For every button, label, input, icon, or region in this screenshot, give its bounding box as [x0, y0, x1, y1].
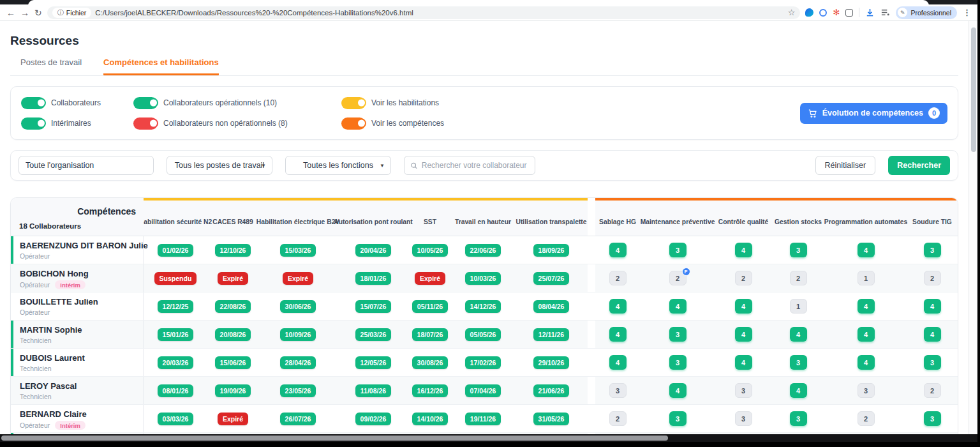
competence-level-badge[interactable]: 1 — [858, 271, 875, 285]
toggle-switch[interactable] — [341, 117, 366, 130]
habilitation-date-badge[interactable]: 25/03/26 — [355, 328, 392, 341]
habilitation-date-badge[interactable]: 22/08/26 — [215, 300, 251, 313]
habilitation-date-badge[interactable]: 12/05/26 — [355, 356, 392, 369]
file-scheme-chip[interactable]: ⓘFichier — [52, 8, 92, 18]
habilitation-date-badge[interactable]: 12/12/25 — [158, 300, 194, 313]
competence-level-badge[interactable]: 2 — [858, 411, 875, 426]
competence-level-badge[interactable]: 4 — [858, 243, 875, 257]
asterisk-extension-icon[interactable]: ✻ — [833, 8, 840, 17]
evolution-competences-button[interactable]: Évolution de compétences 0 — [800, 103, 947, 124]
habilitation-date-badge[interactable]: Expiré — [218, 413, 248, 425]
fonctions-select[interactable]: Toutes les fonctions ▼ — [285, 156, 391, 175]
habilitation-date-badge[interactable]: 12/10/26 — [215, 244, 251, 257]
competence-level-badge[interactable]: 3 — [669, 327, 687, 342]
habilitation-date-badge[interactable]: Expiré — [415, 272, 445, 285]
habilitation-date-badge[interactable]: 19/11/26 — [465, 413, 501, 425]
competence-level-badge[interactable]: 4 — [735, 355, 752, 370]
toggle-switch[interactable] — [341, 97, 366, 109]
competence-level-badge[interactable]: 3 — [790, 243, 807, 257]
profile-chip[interactable]: ✎ Professionnel — [896, 6, 957, 19]
habilitation-date-badge[interactable]: 11/08/26 — [355, 384, 391, 397]
horizontal-scrollbar[interactable] — [0, 434, 977, 442]
address-bar[interactable]: ⓘFichier C:/Users/joelALBECKER/Downloads… — [47, 6, 801, 19]
vertical-scrollbar[interactable] — [969, 21, 977, 434]
competence-level-badge[interactable]: 4 — [669, 383, 687, 398]
competence-level-badge[interactable]: 3 — [669, 243, 687, 257]
habilitation-date-badge[interactable]: 10/03/26 — [465, 272, 501, 285]
competence-level-badge[interactable]: 3 — [609, 383, 627, 398]
competence-level-badge[interactable]: 4 — [858, 299, 875, 314]
competence-level-badge[interactable]: 3 — [669, 411, 687, 426]
box-extension-icon[interactable] — [845, 9, 853, 17]
habilitation-date-badge[interactable]: 25/07/26 — [533, 272, 570, 285]
habilitation-date-badge[interactable]: 18/07/26 — [412, 328, 449, 341]
search-button[interactable]: Rechercher — [888, 156, 950, 175]
competence-level-badge[interactable]: 2 — [790, 271, 807, 285]
collaborator-cell[interactable]: DUBOIS LaurentTechnicien — [11, 349, 144, 376]
habilitation-date-badge[interactable]: 12/11/26 — [533, 328, 569, 341]
habilitation-date-badge[interactable]: 16/12/26 — [412, 384, 449, 397]
back-icon[interactable]: ← — [6, 8, 15, 17]
collaborator-cell[interactable]: BERNARD ClaireOpérateurIntérim — [11, 405, 144, 432]
habilitation-date-badge[interactable]: 10/09/26 — [280, 328, 316, 341]
habilitation-date-badge[interactable]: 01/02/26 — [158, 244, 194, 257]
competence-level-badge[interactable]: 4 — [735, 299, 752, 314]
habilitation-date-badge[interactable]: 18/09/26 — [533, 244, 570, 257]
competence-level-badge[interactable]: 3 — [924, 355, 941, 370]
competence-level-badge[interactable]: 3 — [669, 355, 687, 370]
ring-extension-icon[interactable] — [819, 9, 827, 17]
competence-level-badge[interactable]: 3 — [858, 383, 875, 398]
collaborator-cell[interactable]: BAERENZUNG DIT BARON JulieOpérateur — [11, 236, 144, 264]
competence-level-badge[interactable]: 3 — [735, 411, 752, 426]
habilitation-date-badge[interactable]: 15/07/26 — [355, 300, 392, 313]
competence-level-badge[interactable]: 4 — [858, 327, 875, 342]
competence-level-badge[interactable]: 4 — [924, 327, 941, 342]
competence-level-badge[interactable]: 4 — [735, 327, 752, 342]
competence-level-badge[interactable]: 2F — [669, 271, 687, 285]
shield-extension-icon[interactable] — [805, 8, 813, 17]
competence-level-badge[interactable]: 2 — [924, 383, 941, 398]
habilitation-date-badge[interactable]: 15/01/26 — [158, 328, 194, 341]
competence-level-badge[interactable]: 4 — [735, 243, 752, 257]
habilitation-date-badge[interactable]: 26/07/26 — [280, 413, 316, 425]
habilitation-date-badge[interactable]: 07/04/26 — [465, 384, 501, 397]
toggle-switch[interactable] — [133, 117, 158, 130]
competence-level-badge[interactable]: 4 — [924, 299, 941, 314]
forward-icon[interactable]: → — [20, 8, 29, 17]
habilitation-date-badge[interactable]: 19/09/26 — [215, 384, 251, 397]
competence-level-badge[interactable]: 4 — [609, 355, 627, 370]
organisation-input[interactable] — [19, 156, 154, 175]
competence-level-badge[interactable]: 1 — [790, 299, 807, 314]
competence-level-badge[interactable]: 4 — [609, 299, 627, 314]
competence-level-badge[interactable]: 3 — [790, 355, 807, 370]
bookmark-star-icon[interactable]: ☆ — [788, 8, 796, 17]
toggle-switch[interactable] — [21, 117, 45, 130]
habilitation-date-badge[interactable]: 20/03/26 — [158, 356, 194, 369]
habilitation-date-badge[interactable]: 23/05/26 — [280, 384, 316, 397]
reading-list-icon[interactable] — [880, 8, 890, 17]
reload-icon[interactable]: ↻ — [34, 8, 42, 17]
competence-level-badge[interactable]: 3 — [924, 411, 941, 426]
collaborator-cell[interactable]: LEROY PascalTechnicien — [11, 377, 144, 404]
competence-level-badge[interactable]: 4 — [609, 243, 627, 257]
url-text[interactable]: C:/Users/joelALBECKER/Downloads/Ressourc… — [95, 9, 784, 17]
competence-level-badge[interactable]: 4 — [790, 383, 807, 398]
download-icon[interactable] — [865, 8, 875, 17]
competence-level-badge[interactable]: 4 — [609, 327, 627, 342]
habilitation-date-badge[interactable]: 14/10/26 — [412, 413, 449, 425]
habilitation-date-badge[interactable]: 08/04/26 — [533, 300, 570, 313]
habilitation-date-badge[interactable]: 18/01/26 — [355, 272, 392, 285]
toggle-switch[interactable] — [133, 97, 158, 109]
horizontal-scrollbar-thumb[interactable] — [1, 436, 668, 441]
competence-level-badge[interactable]: 4 — [669, 299, 687, 314]
habilitation-date-badge[interactable]: 20/04/26 — [355, 244, 392, 257]
tab-postes-de-travail[interactable]: Postes de travail — [20, 57, 82, 75]
habilitation-date-badge[interactable]: 15/03/26 — [280, 244, 316, 257]
habilitation-date-badge[interactable]: 05/05/26 — [465, 328, 501, 341]
browser-menu-icon[interactable]: ⋮ — [963, 8, 971, 17]
vertical-scrollbar-thumb[interactable] — [971, 27, 976, 152]
habilitation-date-badge[interactable]: 05/11/26 — [412, 300, 448, 313]
habilitation-date-badge[interactable]: 20/08/26 — [215, 328, 251, 341]
habilitation-date-badge[interactable]: 15/06/26 — [215, 356, 251, 369]
competence-level-badge[interactable]: 4 — [790, 327, 807, 342]
